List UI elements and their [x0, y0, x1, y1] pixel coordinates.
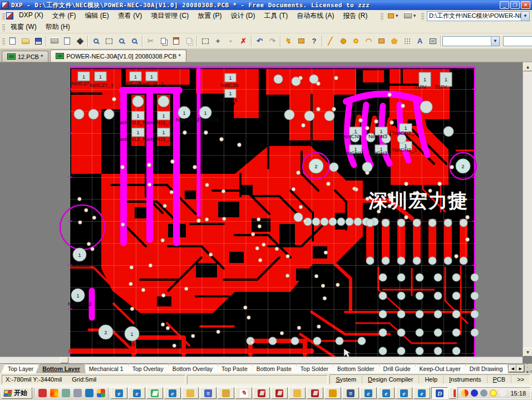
task-button-13-bluebook[interactable]: ≡: [342, 387, 359, 399]
layer-tab-bottom-paste[interactable]: Bottom Paste: [250, 364, 297, 373]
menu-item-0[interactable]: DXP (X): [14, 10, 48, 22]
task-button-17-ie[interactable]: e: [413, 387, 430, 399]
tray-antivirus-shield-icon[interactable]: [461, 389, 469, 397]
place-string-button[interactable]: A: [413, 35, 426, 47]
tab-options-icon[interactable]: ⁚▸▿: [526, 363, 532, 374]
panel-button-system[interactable]: System: [330, 375, 362, 383]
layer-stack-button[interactable]: [73, 35, 86, 47]
menu-item-r2-1[interactable]: 帮助 (H): [41, 21, 75, 33]
filter-button[interactable]: [295, 35, 308, 47]
new-document-button[interactable]: [6, 35, 19, 47]
panel-button->>[interactable]: >>: [511, 375, 530, 383]
tab-scroll-left-icon[interactable]: ◀: [509, 365, 516, 372]
place-line-button[interactable]: ╱: [324, 35, 337, 47]
menu-item-r2-0[interactable]: 视窗 (W): [6, 21, 41, 33]
document-tab-1[interactable]: POWER-NEC-30A[V1.0] 20080308.PCB *: [50, 50, 186, 62]
quicklaunch-ie-blue-icon[interactable]: [83, 388, 95, 399]
place-polygon-button[interactable]: [388, 35, 401, 47]
quicklaunch-msn-blue-icon[interactable]: [60, 388, 71, 399]
menu-item-6[interactable]: 设计 (D): [226, 10, 259, 22]
panel-button-pcb[interactable]: PCB: [487, 375, 512, 383]
document-tab-0[interactable]: 12.PCB *: [2, 51, 48, 62]
task-button-18-dxp[interactable]: D: [431, 387, 448, 399]
layer-tab-top-overlay[interactable]: Top Overlay: [126, 364, 169, 373]
toggle-selection-button[interactable]: ◦: [224, 35, 237, 47]
task-button-14-ie[interactable]: e: [360, 387, 377, 399]
task-button-3-ie[interactable]: e: [164, 387, 181, 399]
task-button-7-pencil[interactable]: ✎: [235, 387, 252, 399]
restore-button[interactable]: ❐: [510, 1, 520, 9]
tab-scroll-right-icon[interactable]: ▶: [516, 365, 524, 372]
zoom-document-button[interactable]: [90, 35, 102, 47]
print-preview-button[interactable]: [61, 35, 73, 47]
quicklaunch-windows-color-icon[interactable]: [95, 388, 106, 399]
horizontal-scrollbar[interactable]: [0, 357, 523, 363]
undo-button[interactable]: ↶: [253, 35, 266, 47]
task-button-12-helmet[interactable]: [324, 387, 341, 399]
tray-bulb-red-icon[interactable]: [490, 389, 497, 397]
layer-tab-keep-out-layer[interactable]: Keep-Out Layer: [413, 364, 466, 373]
menu-item-8[interactable]: 自动布线 (A): [292, 10, 338, 22]
quicklaunch-player-orange-icon[interactable]: [48, 388, 60, 399]
menu-item-1[interactable]: 文件 (F): [48, 10, 81, 22]
menu-item-5[interactable]: 放置 (P): [193, 10, 226, 22]
layer-tab-drill-drawing[interactable]: Drill Drawing: [463, 364, 509, 373]
help-button[interactable]: ?: [308, 35, 321, 47]
toolbar-combo-0[interactable]: ▼: [442, 36, 500, 46]
select-area-button[interactable]: [199, 35, 211, 47]
toolbar-combo-1[interactable]: ▼: [503, 36, 532, 46]
task-button-5-bluedoc[interactable]: ≡: [200, 387, 216, 399]
zoom-object-button[interactable]: [115, 35, 128, 47]
tray-sound-blue-icon[interactable]: [471, 389, 478, 397]
tray-network-computers-icon[interactable]: [480, 389, 487, 397]
panel-button-help[interactable]: Help: [419, 375, 444, 383]
task-button-9-books[interactable]: ≣: [271, 387, 288, 399]
layer-tab-bottom-overlay[interactable]: Bottom Overlay: [166, 364, 218, 373]
move-object-button[interactable]: +: [211, 35, 224, 47]
combo-dropdown-icon[interactable]: ▼: [521, 12, 529, 21]
place-pad-button[interactable]: [337, 35, 349, 47]
panel-button-design-compiler[interactable]: Design Compiler: [362, 375, 419, 383]
menu-item-9[interactable]: 报告 (R): [338, 10, 372, 22]
start-button[interactable]: 开始: [1, 387, 32, 399]
place-arc-button[interactable]: ◠: [362, 35, 375, 47]
pcb-canvas[interactable]: 11111111111111111111112122NetC27NetC27_1…: [0, 62, 532, 363]
place-array-button[interactable]: [401, 35, 413, 47]
save-button[interactable]: [32, 35, 45, 47]
clear-selection-button[interactable]: ✗: [237, 35, 250, 47]
task-button-16-ie[interactable]: e: [396, 387, 412, 399]
minimize-button[interactable]: _: [500, 1, 509, 9]
quicklaunch-media-red-icon[interactable]: [37, 388, 48, 399]
scrollbar-nub[interactable]: [60, 357, 68, 363]
menu-item-2[interactable]: 编辑 (E): [80, 10, 113, 22]
place-component-button[interactable]: [426, 35, 439, 47]
layer-tab-top-paste[interactable]: Top Paste: [215, 364, 253, 373]
task-button-6-folderopen[interactable]: [218, 387, 234, 399]
task-button-19-redfig[interactable]: ♦: [449, 387, 456, 399]
copy-button[interactable]: [157, 35, 170, 47]
task-button-15-ie[interactable]: e: [378, 387, 395, 399]
tray-bulb-white-icon[interactable]: [499, 389, 506, 397]
menu-item-3[interactable]: 查看 (V): [114, 10, 146, 22]
layer-tab-mechanical-1[interactable]: Mechanical 1: [82, 364, 129, 373]
menu-item-7[interactable]: 工具 (T): [259, 10, 292, 22]
task-button-2-green[interactable]: ▦: [146, 387, 163, 399]
task-button-8-books[interactable]: ≣: [253, 387, 270, 399]
task-button-4-folder[interactable]: [182, 387, 199, 399]
paste-button[interactable]: [170, 35, 183, 47]
scroll-up-icon[interactable]: ▲: [523, 62, 532, 71]
open-document-button[interactable]: [19, 35, 32, 47]
print-dropdown[interactable]: ▼: [402, 12, 418, 19]
redo-button[interactable]: ↷: [266, 35, 279, 47]
layer-color-dropdown[interactable]: ▼: [386, 12, 401, 19]
layer-tab-drill-guide[interactable]: Drill Guide: [377, 364, 416, 373]
document-path-combo[interactable]: D:\工作文件\NEC模块\POWER-NEC-3 ▼: [427, 11, 530, 21]
close-button[interactable]: ✕: [521, 1, 530, 9]
paste-array-button[interactable]: [183, 35, 195, 47]
layer-tab-top-solder[interactable]: Top Solder: [294, 364, 334, 373]
vertical-scrollbar[interactable]: ▲ ▼: [523, 62, 532, 357]
layer-tab-bottom-solder[interactable]: Bottom Solder: [331, 364, 380, 373]
menu-item-4[interactable]: 项目管理 (C): [146, 10, 193, 22]
layer-tab-top-layer[interactable]: Top Layer: [1, 364, 39, 373]
zoom-selection-button[interactable]: [128, 35, 141, 47]
